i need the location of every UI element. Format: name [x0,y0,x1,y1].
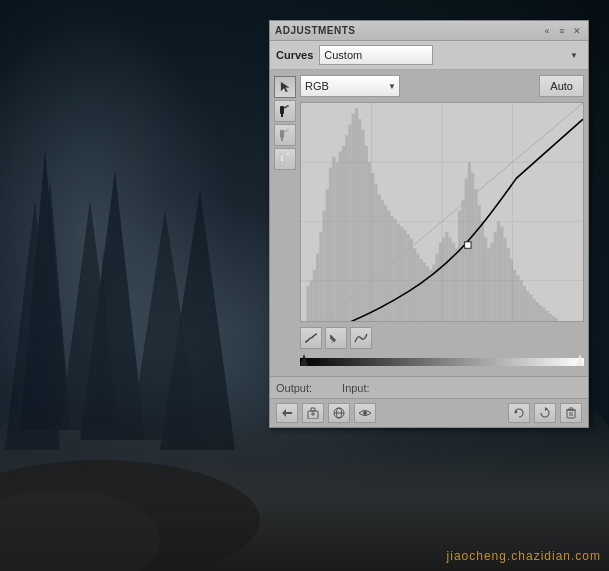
svg-rect-54 [381,200,384,322]
svg-rect-63 [410,239,413,322]
svg-rect-41 [339,151,342,322]
svg-rect-99 [526,291,529,322]
pointer-icon [278,80,292,94]
smooth-button[interactable] [350,327,372,349]
svg-rect-84 [478,205,481,322]
globe-button[interactable] [328,403,350,423]
svg-rect-83 [474,189,477,322]
svg-rect-12 [280,106,284,114]
svg-rect-58 [394,219,397,322]
svg-rect-45 [352,114,355,322]
svg-rect-38 [329,168,332,322]
reset-all-button[interactable] [508,403,530,423]
preset-select-arrow: ▼ [570,51,578,60]
svg-rect-51 [371,173,374,322]
preset-select-wrapper: Custom Default Strong Contrast Increase … [319,45,582,65]
forest-bg [0,0,280,571]
svg-rect-21 [281,162,283,165]
black-eyedropper-tool[interactable] [274,100,296,122]
adjustments-panel: ADJUSTMENTS « ≡ ✕ Curves Custom Default … [269,20,589,428]
curves-graph[interactable] [300,102,584,322]
right-content: RGB Red Green Blue ▼ Auto [300,74,584,372]
svg-rect-79 [461,200,464,322]
svg-rect-74 [445,232,448,322]
svg-rect-90 [497,221,500,322]
close-button[interactable]: ✕ [571,25,583,37]
svg-rect-109 [558,321,561,322]
svg-rect-93 [507,248,510,322]
svg-rect-71 [436,254,439,322]
svg-rect-20 [280,154,284,162]
refresh-button[interactable] [534,403,556,423]
reset-all-icon [513,407,525,419]
svg-rect-95 [513,270,516,322]
svg-rect-42 [342,146,345,322]
panel-titlebar: ADJUSTMENTS « ≡ ✕ [270,21,588,41]
svg-rect-116 [330,334,336,342]
auto-button[interactable]: Auto [539,75,584,97]
white-eyedropper-tool[interactable] [274,148,296,170]
svg-rect-44 [348,125,351,322]
curve-handle [465,242,471,248]
globe-icon [333,407,345,419]
add-adjustment-icon [307,407,319,419]
svg-rect-98 [523,286,526,322]
panel-title: ADJUSTMENTS [275,25,356,36]
output-label: Output: [276,382,312,394]
svg-rect-97 [519,281,522,322]
watermark: jiaocheng.chazidian.com [447,549,601,563]
svg-rect-59 [397,224,400,322]
svg-rect-102 [536,302,539,322]
svg-marker-120 [311,408,315,411]
pointer-tool[interactable] [274,76,296,98]
svg-rect-96 [516,275,519,322]
input-label: Input: [342,382,370,394]
back-icon [281,408,293,418]
svg-rect-16 [280,130,284,138]
show-curve-button[interactable] [300,327,322,349]
svg-rect-67 [423,262,426,322]
svg-rect-88 [490,243,493,322]
eyedropper-black-icon [279,105,292,118]
svg-rect-77 [455,248,458,322]
menu-button[interactable]: ≡ [556,25,568,37]
svg-point-23 [287,153,289,155]
svg-rect-127 [567,410,575,418]
curves-label: Curves [276,49,313,61]
pencil-button[interactable] [325,327,347,349]
svg-rect-85 [481,221,484,322]
svg-rect-75 [448,238,451,322]
svg-rect-103 [539,305,542,322]
svg-rect-107 [552,316,555,322]
preset-select[interactable]: Custom Default Strong Contrast Increase … [319,45,433,65]
svg-rect-49 [365,146,368,322]
footer-row [270,398,588,427]
svg-rect-100 [529,295,532,322]
footer-left [276,403,376,423]
gray-eyedropper-tool[interactable] [274,124,296,146]
svg-marker-118 [282,409,292,417]
svg-rect-92 [503,238,506,322]
svg-rect-72 [439,243,442,322]
svg-rect-39 [332,157,335,322]
eye-button[interactable] [354,403,376,423]
panel-header: Curves Custom Default Strong Contrast In… [270,41,588,70]
back-button[interactable] [276,403,298,423]
svg-rect-60 [400,227,403,322]
svg-rect-61 [403,230,406,322]
channel-select[interactable]: RGB Red Green Blue [300,75,400,97]
eyedropper-gray-icon [279,129,292,142]
svg-point-124 [363,411,367,415]
smooth-icon [354,332,368,344]
gradient-row [300,354,584,370]
add-adjustment-button[interactable] [302,403,324,423]
svg-rect-64 [413,248,416,322]
expand-button[interactable]: « [541,25,553,37]
pencil-icon [330,332,342,344]
delete-button[interactable] [560,403,582,423]
svg-rect-108 [555,318,558,322]
gradient-bar [300,358,584,366]
svg-rect-43 [345,135,348,322]
svg-rect-78 [458,211,461,322]
svg-rect-94 [510,259,513,322]
